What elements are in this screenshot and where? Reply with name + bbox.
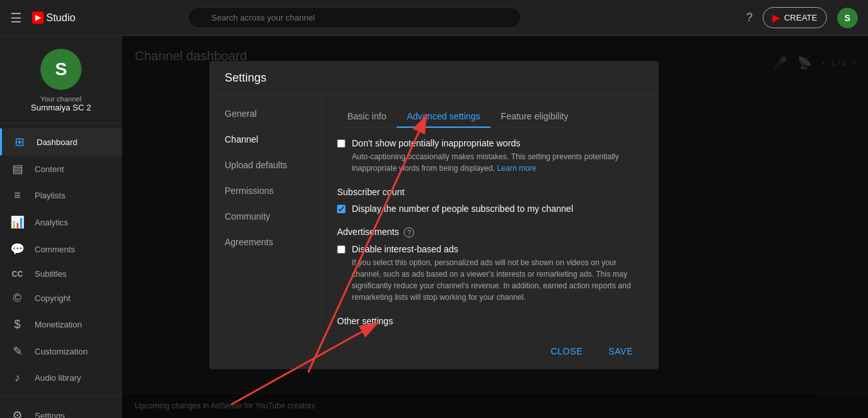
analytics-icon: 📊 — [10, 215, 24, 229]
sidebar-label-subtitles: Subtitles — [35, 269, 67, 279]
modal-nav-channel[interactable]: Channel — [209, 126, 321, 152]
sidebar-item-comments[interactable]: 💬 Comments — [0, 236, 122, 263]
channel-info: S Your channel Summaiya SC 2 — [0, 36, 122, 123]
subscriber-count-label: Display the number of people subscribed … — [352, 204, 573, 214]
sidebar-label-monetization: Monetization — [35, 320, 82, 329]
settings-icon: ⚙ — [10, 408, 24, 418]
playlists-icon: ≡ — [10, 189, 24, 202]
modal-nav-agreements[interactable]: Agreements — [209, 229, 321, 255]
channel-name: Summaiya SC 2 — [31, 103, 91, 112]
tab-basic-info[interactable]: Basic info — [337, 106, 397, 128]
advertisements-section: Advertisements ? Disable interest-based … — [337, 227, 643, 303]
sidebar-label-playlists: Playlists — [35, 191, 65, 200]
create-video-icon: ▶ — [772, 12, 780, 24]
sidebar-label-dashboard: Dashboard — [37, 137, 78, 147]
sidebar: S Your channel Summaiya SC 2 ⊞ Dashboard… — [0, 36, 122, 418]
sidebar-item-settings[interactable]: ⚙ Settings — [0, 402, 122, 418]
dashboard-icon: ⊞ — [12, 135, 26, 149]
copyright-icon: © — [10, 292, 24, 305]
sidebar-label-audio-library: Audio library — [35, 373, 81, 383]
sidebar-bottom: ⚙ Settings ⚑ Send feedback — [0, 396, 122, 418]
modal-tabs: Basic info Advanced settings Feature eli… — [337, 106, 643, 128]
captions-checkbox[interactable] — [337, 139, 345, 148]
ads-checkbox[interactable] — [337, 245, 345, 254]
sidebar-label-analytics: Analytics — [35, 218, 68, 227]
ads-description: If you select this option, personalized … — [352, 257, 643, 303]
sidebar-item-playlists[interactable]: ≡ Playlists — [0, 182, 122, 209]
help-icon[interactable]: ? — [746, 11, 752, 24]
sidebar-label-copyright: Copyright — [35, 293, 71, 303]
modal-header: Settings — [209, 61, 659, 96]
sidebar-item-dashboard[interactable]: ⊞ Dashboard — [0, 128, 122, 155]
modal-nav-permissions[interactable]: Permissions — [209, 178, 321, 204]
hamburger-icon[interactable]: ☰ — [10, 10, 22, 26]
tab-advanced-settings[interactable]: Advanced settings — [397, 106, 490, 128]
sidebar-nav: ⊞ Dashboard ▤ Content ≡ Playlists 📊 Anal… — [0, 123, 122, 396]
content-icon: ▤ — [10, 162, 24, 176]
sidebar-label-settings: Settings — [35, 411, 65, 419]
customization-icon: ✎ — [10, 344, 24, 358]
search-area: 🔍 — [187, 7, 521, 28]
modal-content-area: Basic info Advanced settings Feature eli… — [322, 96, 659, 333]
sidebar-label-customization: Customization — [35, 347, 87, 356]
modal-sidebar-nav: General Channel Upload defaults Permissi… — [209, 96, 322, 333]
modal-title: Settings — [225, 71, 266, 84]
learn-more-link[interactable]: Learn more — [497, 164, 536, 173]
monetization-icon: $ — [10, 318, 24, 331]
other-settings-title: Other settings — [337, 316, 643, 326]
subscriber-section: Subscriber count Display the number of p… — [337, 187, 643, 214]
other-settings-section: Other settings Manage YouTube account Re… — [337, 316, 643, 333]
comments-icon: 💬 — [10, 242, 24, 256]
advertisements-help-icon[interactable]: ? — [404, 227, 414, 238]
sidebar-item-monetization[interactable]: $ Monetization — [0, 311, 122, 338]
subtitles-icon: CC — [10, 270, 24, 279]
save-button[interactable]: SAVE — [598, 341, 643, 361]
search-input[interactable] — [187, 7, 521, 28]
sidebar-label-content: Content — [35, 164, 64, 174]
settings-modal: Settings General Channel Upload defaults… — [209, 61, 659, 369]
sidebar-item-audio-library[interactable]: ♪ Audio library — [0, 365, 122, 391]
sidebar-item-content[interactable]: ▤ Content — [0, 155, 122, 182]
captions-description: Auto-captioning occasionally makes mista… — [352, 151, 643, 174]
sidebar-item-subtitles[interactable]: CC Subtitles — [0, 263, 122, 285]
modal-nav-general[interactable]: General — [209, 101, 321, 126]
subscriber-section-title: Subscriber count — [337, 187, 643, 197]
channel-avatar: S — [40, 49, 82, 90]
tab-feature-eligibility[interactable]: Feature eligibility — [490, 106, 578, 128]
user-avatar[interactable]: S — [837, 8, 858, 28]
sidebar-item-copyright[interactable]: © Copyright — [0, 285, 122, 311]
ads-label: Disable interest-based ads — [352, 244, 458, 254]
subscriber-count-checkbox[interactable] — [337, 205, 345, 213]
studio-label: Studio — [46, 12, 75, 24]
modal-nav-community[interactable]: Community — [209, 204, 321, 229]
top-nav: ☰ ▶ Studio 🔍 ? ▶ CREATE S — [0, 0, 868, 36]
sidebar-label-comments: Comments — [35, 245, 75, 254]
captions-section: Don't show potentially inappropriate wor… — [337, 138, 643, 174]
create-label: CREATE — [784, 13, 817, 22]
yt-logo: ▶ Studio — [32, 12, 75, 24]
avatar-letter: S — [844, 13, 850, 23]
audio-library-icon: ♪ — [10, 371, 24, 385]
channel-label: Your channel — [40, 95, 82, 103]
advertisements-title: Advertisements ? — [337, 227, 643, 238]
modal-nav-upload-defaults[interactable]: Upload defaults — [209, 152, 321, 178]
sidebar-item-customization[interactable]: ✎ Customization — [0, 338, 122, 365]
modal-footer: CLOSE SAVE — [209, 333, 659, 369]
captions-label: Don't show potentially inappropriate wor… — [352, 138, 521, 148]
youtube-icon: ▶ — [32, 12, 44, 24]
create-button[interactable]: ▶ CREATE — [763, 7, 827, 28]
close-button[interactable]: CLOSE — [541, 341, 593, 361]
modal-body: General Channel Upload defaults Permissi… — [209, 96, 659, 333]
sidebar-item-analytics[interactable]: 📊 Analytics — [0, 209, 122, 236]
channel-avatar-letter: S — [55, 59, 67, 80]
